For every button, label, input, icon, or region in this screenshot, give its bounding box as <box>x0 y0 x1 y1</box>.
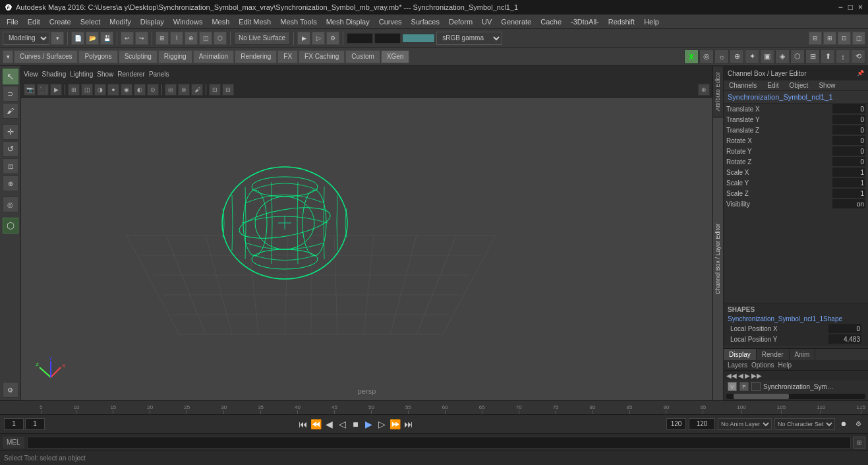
ipr-render-icon[interactable]: ▷ <box>312 32 325 45</box>
layers-btn[interactable]: Layers <box>728 361 747 369</box>
prev-frame-btn[interactable]: ◀ <box>324 418 335 430</box>
shelf-icon-3[interactable]: ⊕ <box>730 49 744 64</box>
menu-3dtall[interactable]: -3DtoAll- <box>567 16 603 27</box>
menu-uv[interactable]: UV <box>478 16 496 27</box>
mode-dropdown[interactable]: Modeling <box>3 32 49 45</box>
vp-shade2-icon[interactable]: ● <box>107 84 119 96</box>
shelf-tab-fx-caching[interactable]: FX Caching <box>299 50 345 63</box>
vp-select-mask-icon[interactable]: ⊚ <box>178 84 190 96</box>
camera-field1[interactable]: 0.00 <box>347 33 373 44</box>
channel-box-tab[interactable]: Channel Box / Layer Editor <box>713 117 723 400</box>
layer-v-checkbox[interactable]: V <box>728 382 737 391</box>
translate-z-value[interactable] <box>832 125 865 135</box>
layer-prev-icon[interactable]: ◀◀ <box>726 372 737 379</box>
shelf-tab-curves[interactable]: Curves / Surfaces <box>14 50 78 63</box>
color-swatch[interactable] <box>402 34 435 43</box>
menu-deform[interactable]: Deform <box>445 16 477 27</box>
shelf-icon-5[interactable]: ▣ <box>760 49 774 64</box>
vp-grid-icon[interactable]: ⊞ <box>68 84 80 96</box>
layer-scrollbar[interactable] <box>734 394 789 399</box>
mel-icon-btn[interactable]: ⊞ <box>854 437 865 449</box>
vp-resolution-icon[interactable]: ⊡ <box>209 84 221 96</box>
vp-film-icon[interactable]: ⬛ <box>37 84 49 96</box>
skip-end-btn[interactable]: ⏭ <box>403 418 415 430</box>
snap-curve-icon[interactable]: ⌇ <box>170 32 183 45</box>
scale-z-value[interactable] <box>832 189 865 198</box>
layer-back-icon[interactable]: ◀ <box>738 372 743 379</box>
maximize-button[interactable]: □ <box>848 3 853 12</box>
play-back-btn[interactable]: ◁ <box>337 418 349 430</box>
help-btn[interactable]: Help <box>778 361 792 369</box>
tab-channels[interactable]: Channels <box>724 80 762 90</box>
menu-curves[interactable]: Curves <box>375 16 406 27</box>
menu-surfaces[interactable]: Surfaces <box>407 16 444 27</box>
menu-redshift[interactable]: Redshift <box>604 16 639 27</box>
char-set-select[interactable]: No Character Set <box>774 418 835 430</box>
shelf-tab-polygons[interactable]: Polygons <box>78 50 117 63</box>
viewport-canvas[interactable]: X Z Y persp <box>21 98 712 400</box>
shelf-tab-animation[interactable]: Animation <box>193 50 234 63</box>
save-file-icon[interactable]: 💾 <box>100 32 113 45</box>
translate-y-value[interactable] <box>832 115 865 124</box>
stop-btn[interactable]: ■ <box>350 418 362 430</box>
display-icon[interactable]: ⊟ <box>809 32 822 45</box>
menu-select[interactable]: Select <box>76 16 105 27</box>
vp-shade1-icon[interactable]: ◑ <box>94 84 106 96</box>
layout3-icon[interactable]: ◫ <box>852 32 865 45</box>
local-pos-x-value[interactable] <box>828 324 861 333</box>
snap-point-icon[interactable]: ⊕ <box>185 32 198 45</box>
rotate-x-value[interactable] <box>832 136 865 145</box>
shelf-tab-rigging[interactable]: Rigging <box>158 50 192 63</box>
tab-anim[interactable]: Anim <box>790 349 816 360</box>
tab-edit[interactable]: Edit <box>762 80 784 90</box>
end-frame-field[interactable] <box>689 418 715 430</box>
mel-label[interactable]: MEL <box>3 437 24 449</box>
anim-layer-select[interactable]: No Anim Layer <box>718 418 772 430</box>
shelf-options-icon[interactable]: ▾ <box>3 50 13 63</box>
tool-settings[interactable]: ⚙ <box>3 382 18 398</box>
render-icon[interactable]: ▶ <box>297 32 310 45</box>
current-frame-field[interactable] <box>25 418 45 430</box>
camera-field2[interactable]: 1.00 <box>374 33 401 44</box>
timeline-ruler[interactable]: 5 10 15 20 25 30 35 40 45 50 55 60 65 70… <box>0 401 868 414</box>
menu-cache[interactable]: Cache <box>536 16 565 27</box>
undo-icon[interactable]: ↩ <box>121 32 134 45</box>
options-btn[interactable]: Options <box>751 361 774 369</box>
view-cube[interactable]: ⬡ <box>3 218 18 233</box>
range-start-field[interactable] <box>4 418 24 430</box>
paint-select-tool[interactable]: 🖌 <box>3 103 18 119</box>
vp-shade3-icon[interactable]: ◉ <box>121 84 132 96</box>
shelf-icon-11[interactable]: ⟲ <box>851 49 865 64</box>
menu-windows[interactable]: Windows <box>169 16 207 27</box>
menu-create[interactable]: Create <box>45 16 75 27</box>
new-file-icon[interactable]: 📄 <box>71 32 84 45</box>
scale-tool[interactable]: ⊡ <box>3 158 18 174</box>
color-mode-dropdown[interactable]: sRGB gamma <box>436 32 502 45</box>
select-tool[interactable]: ↖ <box>3 69 18 84</box>
shelf-icon-x[interactable]: X <box>684 49 699 64</box>
viewport-menu-lighting[interactable]: Lighting <box>70 71 93 78</box>
menu-mesh-tools[interactable]: Mesh Tools <box>276 16 320 27</box>
layout2-icon[interactable]: ⊡ <box>838 32 851 45</box>
viewport-menu-view[interactable]: View <box>24 71 38 78</box>
layer-next-icon[interactable]: ▶▶ <box>751 372 762 379</box>
shelf-icon-10[interactable]: ↕ <box>836 49 850 64</box>
close-button[interactable]: × <box>858 3 863 12</box>
menu-display[interactable]: Display <box>136 16 168 27</box>
menu-file[interactable]: File <box>3 16 22 27</box>
shelf-icon-1[interactable]: ◎ <box>699 49 714 64</box>
scale-x-value[interactable] <box>832 168 865 177</box>
snap-surface-icon[interactable]: ⬡ <box>214 32 227 45</box>
menu-modify[interactable]: Modify <box>105 16 134 27</box>
viewport-menu-shading[interactable]: Shading <box>42 71 67 78</box>
next-key-btn[interactable]: ⏩ <box>390 418 401 430</box>
shelf-tab-sculpting[interactable]: Sculpting <box>119 50 158 63</box>
tab-display[interactable]: Display <box>724 349 757 360</box>
lasso-tool[interactable]: ⊃ <box>3 86 18 102</box>
settings-btn[interactable]: ⚙ <box>852 418 864 430</box>
shelf-tab-xgen[interactable]: XGen <box>381 50 410 63</box>
shelf-tab-custom[interactable]: Custom <box>345 50 380 63</box>
vp-hud-icon[interactable]: ⊟ <box>222 84 234 96</box>
local-pos-y-value[interactable] <box>828 334 861 344</box>
menu-mesh[interactable]: Mesh <box>208 16 233 27</box>
